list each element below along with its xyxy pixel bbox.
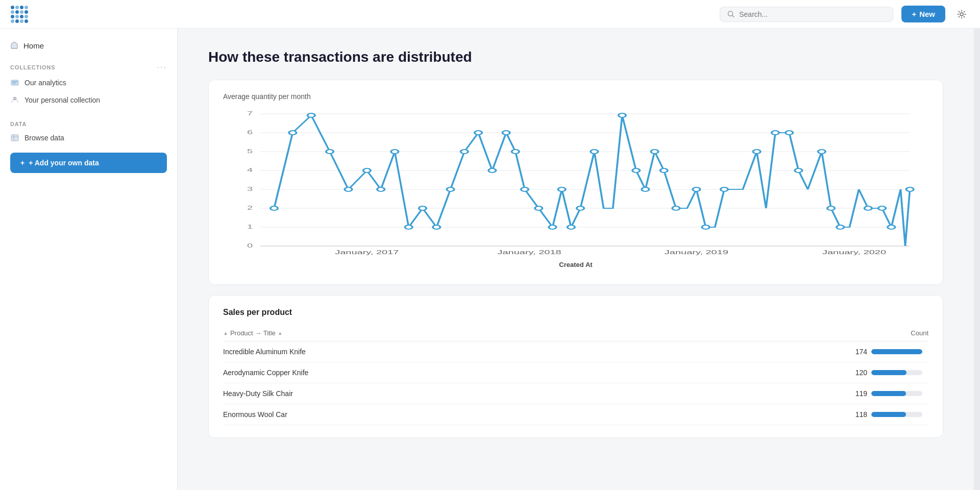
svg-point-64 [753,150,761,154]
svg-point-52 [568,225,575,229]
add-data-button[interactable]: + + Add your own data [10,153,167,173]
home-icon [10,41,18,51]
svg-point-45 [488,168,496,173]
svg-point-46 [502,131,510,135]
topbar: + New [0,0,980,29]
svg-point-37 [377,187,385,191]
product-name: Incredible Aluminum Knife [223,348,847,356]
bar-fill [871,412,906,417]
sidebar-item-home[interactable]: Home [0,37,177,55]
search-input[interactable] [739,10,886,18]
svg-text:1: 1 [247,224,253,230]
chart-card: Average quantity per month 7 6 5 [208,80,943,285]
table-icon [10,133,19,142]
our-analytics-label: Our analytics [24,79,66,87]
svg-point-63 [721,187,728,191]
count-value: 118 [847,410,867,419]
svg-point-56 [632,168,640,173]
table-header: ▲ Product → Title ▲ Count [223,325,928,341]
svg-text:January, 2019: January, 2019 [665,249,728,255]
count-value: 119 [847,389,867,398]
table-row: Incredible Aluminum Knife 174 [223,341,928,362]
gear-icon [957,9,967,19]
svg-point-58 [651,150,658,154]
col-product-header[interactable]: ▲ Product → Title ▲ [223,329,826,337]
svg-text:6: 6 [247,129,253,135]
sidebar-item-our-analytics[interactable]: Our analytics [0,74,177,91]
right-scrollbar[interactable] [974,29,980,490]
svg-point-61 [693,187,700,191]
table-card: Sales per product ▲ Product → Title ▲ Co… [208,295,943,438]
svg-point-51 [558,187,566,191]
svg-text:2: 2 [247,205,253,211]
svg-text:January, 2020: January, 2020 [822,249,886,255]
table-row: Enormous Wool Car 118 [223,404,928,425]
svg-text:January, 2017: January, 2017 [335,249,399,255]
search-icon [727,10,735,18]
settings-button[interactable] [953,6,970,22]
table-rows: Incredible Aluminum Knife 174 Aerodynami… [223,341,928,425]
svg-point-65 [772,131,779,135]
sidebar-item-browse-data[interactable]: Browse data [0,129,177,146]
svg-point-62 [702,225,709,229]
svg-point-43 [461,150,469,154]
svg-point-31 [271,206,278,210]
product-name: Aerodynamic Copper Knife [223,369,847,377]
collections-more-button[interactable]: ··· [157,63,167,72]
bar-area: 120 [847,369,928,377]
svg-point-47 [512,150,520,154]
svg-point-57 [642,187,649,191]
svg-point-49 [535,206,543,210]
svg-line-1 [732,15,734,17]
svg-point-69 [827,206,835,210]
svg-point-53 [577,206,584,210]
svg-point-73 [888,225,895,229]
svg-point-71 [865,206,872,210]
table-title: Sales per product [223,308,928,317]
sidebar: Home COLLECTIONS ··· Our analytics [0,29,178,490]
svg-point-72 [878,206,886,210]
bar-container [871,349,922,354]
svg-point-35 [345,187,352,191]
svg-point-54 [591,150,598,154]
bar-fill [871,349,922,354]
svg-text:0: 0 [247,242,253,249]
main-layout: Home COLLECTIONS ··· Our analytics [0,29,980,490]
svg-rect-5 [12,83,16,84]
bar-fill [871,391,906,396]
svg-point-44 [475,131,482,135]
svg-point-70 [837,225,844,229]
add-data-label: + Add your own data [29,159,99,167]
svg-point-55 [619,113,626,117]
line-chart: 7 6 5 4 3 2 1 0 January, 2017 January, 2… [223,109,928,257]
col-count-header[interactable]: Count [826,329,928,337]
svg-text:5: 5 [247,148,253,154]
svg-point-67 [795,168,802,173]
count-value: 174 [847,348,867,356]
svg-rect-4 [12,81,17,82]
svg-text:3: 3 [247,186,253,192]
bar-container [871,391,922,396]
person-icon [10,95,19,105]
svg-point-32 [289,131,297,135]
page-title: How these transactions are distributed [208,49,943,65]
app-logo [10,5,29,23]
collections-section-label: COLLECTIONS ··· [0,59,177,74]
svg-point-59 [660,168,668,173]
chart-x-label: Created At [223,261,928,268]
product-name: Heavy-Duty Silk Chair [223,389,847,398]
svg-text:7: 7 [247,110,253,116]
new-button[interactable]: + New [901,6,945,22]
svg-point-39 [405,225,412,229]
svg-text:January, 2018: January, 2018 [497,249,561,255]
svg-point-66 [786,131,793,135]
table-row: Heavy-Duty Silk Chair 119 [223,383,928,404]
svg-point-74 [906,187,914,191]
svg-point-2 [960,13,963,16]
search-bar[interactable] [720,7,893,22]
add-icon: + [20,159,24,167]
product-name: Enormous Wool Car [223,410,847,419]
svg-point-42 [447,187,454,191]
sidebar-item-personal-collection[interactable]: Your personal collection [0,91,177,109]
svg-point-40 [419,206,427,210]
